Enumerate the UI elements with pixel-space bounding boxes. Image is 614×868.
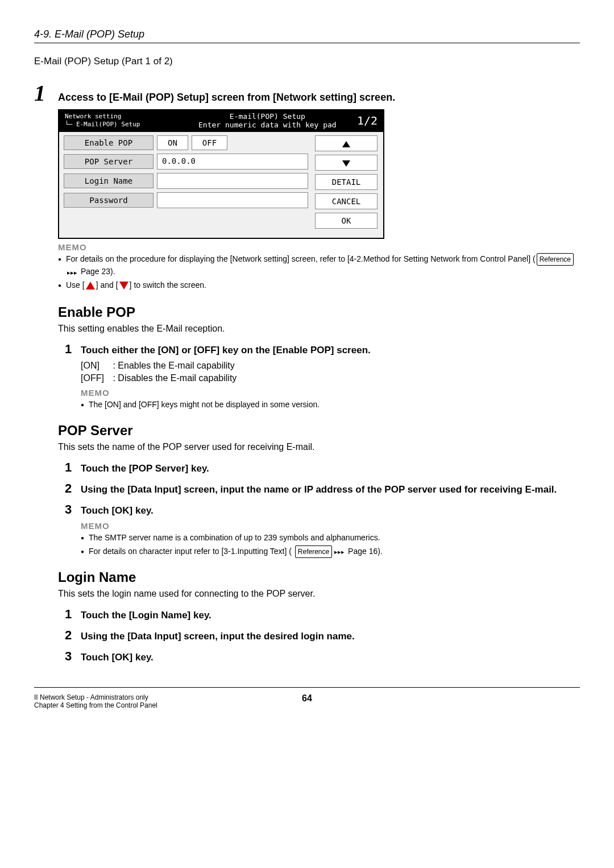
step-number: 3 xyxy=(65,649,81,664)
breadcrumb-2: E-Mail(POP) Setup xyxy=(76,121,140,128)
off-button[interactable]: OFF xyxy=(192,135,227,150)
device-title: E-mail(POP) Setup xyxy=(230,112,305,121)
off-option-label: [OFF] xyxy=(81,372,110,385)
login-name-step2: Using the [Data Input] screen, input the… xyxy=(81,630,580,643)
section-title: 4-9. E-Mail (POP) Setup xyxy=(34,28,580,43)
memo-bullet-2: Use [] and [] to switch the screen. xyxy=(66,279,206,291)
pointer-icon: ▸▸▸ xyxy=(334,546,345,557)
bullet-icon xyxy=(81,399,89,411)
password-value[interactable] xyxy=(157,192,308,208)
enable-pop-step1: Touch either the [ON] or [OFF] key on th… xyxy=(81,344,580,357)
step-number: 1 xyxy=(65,460,81,475)
pop-server-memo-2: For details on character input refer to … xyxy=(89,545,383,558)
bullet-icon xyxy=(58,253,66,266)
memo-heading: MEMO xyxy=(81,388,580,398)
enable-pop-label: Enable POP xyxy=(64,135,154,150)
bullet-icon xyxy=(81,532,89,544)
part-label: E-Mail (POP) Setup (Part 1 of 2) xyxy=(34,56,580,67)
ok-button[interactable]: OK xyxy=(315,213,377,229)
footer-line-1: II Network Setup - Administrators only xyxy=(34,693,284,701)
main-step-number: 1 xyxy=(34,80,58,106)
step-number: 2 xyxy=(65,628,81,643)
enable-pop-memo: The [ON] and [OFF] keys might not be dis… xyxy=(89,399,320,410)
login-name-step1: Touch the [Login Name] key. xyxy=(81,609,580,622)
scroll-down-button[interactable] xyxy=(315,155,377,171)
footer-line-2: Chapter 4 Setting from the Control Panel xyxy=(34,701,284,709)
up-arrow-icon xyxy=(86,282,95,290)
pop-server-desc: This sets the name of the POP server use… xyxy=(58,442,580,452)
page-footer: II Network Setup - Administrators only C… xyxy=(34,687,580,709)
enable-pop-heading: Enable POP xyxy=(58,304,580,320)
password-label: Password xyxy=(64,193,154,208)
pop-server-label: POP Server xyxy=(64,154,154,169)
down-arrow-icon xyxy=(119,282,128,290)
on-option-label: [ON] xyxy=(81,359,110,372)
cancel-button[interactable]: CANCEL xyxy=(315,193,377,209)
scroll-up-button[interactable] xyxy=(315,135,377,151)
login-name-step3: Touch [OK] key. xyxy=(81,651,580,664)
pop-server-step1: Touch the [POP Server] key. xyxy=(81,462,580,476)
off-option-text: : Disables the E-mail capability xyxy=(113,373,237,383)
on-button[interactable]: ON xyxy=(157,135,188,150)
page-number: 64 xyxy=(284,693,330,709)
step-number: 1 xyxy=(65,607,81,622)
detail-button[interactable]: DETAIL xyxy=(315,174,377,190)
pop-server-step3: Touch [OK] key. xyxy=(81,504,580,518)
step-number: 2 xyxy=(65,481,81,496)
pop-server-heading: POP Server xyxy=(58,423,580,439)
pop-server-memo-1: The SMTP server name is a combination of… xyxy=(89,532,380,543)
memo-heading: MEMO xyxy=(81,521,580,531)
step-number: 3 xyxy=(65,502,81,517)
pop-server-step2: Using the [Data Input] screen, input the… xyxy=(81,483,580,497)
main-step-heading: Access to [E-Mail (POP) Setup] screen fr… xyxy=(58,92,580,104)
memo-bullet-1: For details on the procedure for display… xyxy=(66,253,580,278)
device-page: 1/2 xyxy=(343,114,377,127)
step-number: 1 xyxy=(65,342,81,357)
bullet-icon xyxy=(58,279,66,292)
login-name-heading: Login Name xyxy=(58,569,580,585)
breadcrumb-1: Network setting xyxy=(65,113,121,120)
pointer-icon: ▸▸▸ xyxy=(67,267,77,278)
login-name-desc: This sets the login name used for connec… xyxy=(58,589,580,599)
login-name-value[interactable] xyxy=(157,173,308,189)
on-option-text: : Enables the E-mail capability xyxy=(113,361,234,370)
device-screenshot: Network setting └─ E-Mail(POP) Setup E-m… xyxy=(58,109,384,239)
reference-badge: Reference xyxy=(537,253,574,266)
device-breadcrumb: Network setting └─ E-Mail(POP) Setup xyxy=(65,113,192,129)
device-instruction: Enter numeric data with key pad xyxy=(198,121,337,129)
bullet-icon xyxy=(81,545,89,558)
enable-pop-desc: This setting enables the E-Mail receptio… xyxy=(58,324,580,334)
memo-heading: MEMO xyxy=(58,242,580,252)
login-name-label: Login Name xyxy=(64,173,154,188)
pop-server-value[interactable]: 0.0.0.0 xyxy=(157,154,308,170)
reference-badge: Reference xyxy=(295,545,332,558)
